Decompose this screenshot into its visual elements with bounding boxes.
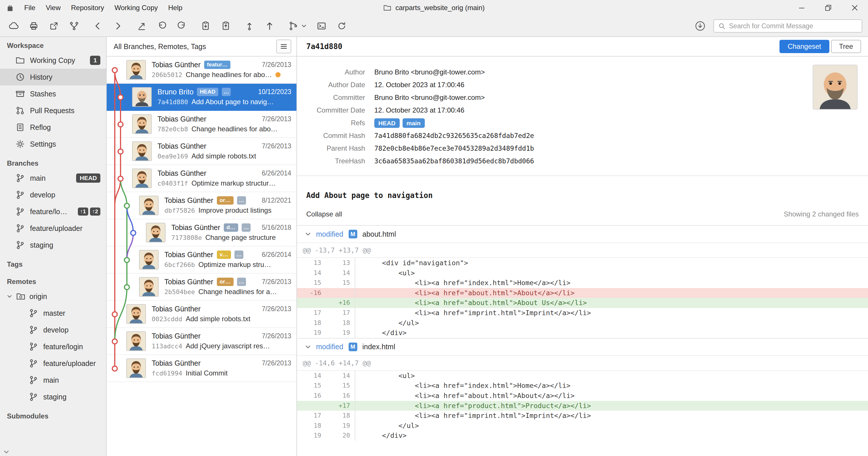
close-button[interactable] <box>841 0 868 16</box>
old-line-number <box>297 401 326 411</box>
stash-apply-button[interactable] <box>216 18 236 34</box>
sidebar-branch-feature-login[interactable]: feature/lo… ↑1 ↑2 <box>0 203 106 220</box>
menu-file[interactable]: File <box>19 1 41 15</box>
tree-tab[interactable]: Tree <box>831 40 861 53</box>
commit-row[interactable]: Tobias Güntheror……7/26/2013 2b504beeChan… <box>107 274 297 301</box>
changeset-tab[interactable]: Changeset <box>779 40 829 53</box>
author-value: Bruno Brito <bruno@git-tower.com> <box>374 66 485 79</box>
item-label: develop <box>43 326 69 334</box>
commit-row[interactable]: Tobias Günther7/26/2013 fcd61994Initial … <box>107 355 297 382</box>
remote-badge: or… <box>217 196 234 205</box>
commit-row[interactable]: Tobias Güntheror……8/12/2021 dbf75826Impr… <box>107 192 297 219</box>
print-button[interactable] <box>24 18 44 34</box>
list-options-button[interactable] <box>276 39 291 53</box>
collapse-all-button[interactable]: Collapse all <box>306 210 342 218</box>
commit-row[interactable]: Tobias Günther7/26/2013 782e0cb8Change h… <box>107 111 297 138</box>
ref-badge-main[interactable]: main <box>403 118 425 128</box>
diff-line: 1919 </div> <box>297 328 868 338</box>
branch-icon <box>29 359 38 368</box>
chevron-down-icon[interactable] <box>305 344 311 350</box>
sidebar-item-reflog[interactable]: Reflog <box>0 119 106 136</box>
undo-button[interactable] <box>152 18 172 34</box>
commit-author: Tobias Günther <box>152 332 201 340</box>
chevron-down-icon[interactable] <box>305 231 311 237</box>
sidebar-branch-develop[interactable]: develop <box>0 187 106 203</box>
sidebar-remote-branch-main[interactable]: main <box>0 372 106 389</box>
code-text: <li><a href="imprint.html">Imprint</a></… <box>355 411 868 421</box>
fetch-button[interactable] <box>693 19 708 33</box>
sidebar-item-working-copy[interactable]: Working Copy 1 <box>0 52 106 69</box>
branch-icon <box>16 240 25 250</box>
ahead-behind-badges: ↑1 ↑2 <box>78 207 100 216</box>
commit-hash: fcd61994 <box>152 370 182 377</box>
sidebar-remote-branch-master[interactable]: master <box>0 305 106 321</box>
sidebar-remote-branch-staging[interactable]: staging <box>0 389 106 405</box>
commit-hash: c0403f1f <box>157 180 188 187</box>
sidebar-item-settings[interactable]: Settings <box>0 136 106 152</box>
ref-badge-head[interactable]: HEAD <box>374 118 400 128</box>
open-repository-button[interactable] <box>44 18 64 34</box>
sidebar-remote-branch-feature-uploader[interactable]: feature/uploader <box>0 355 106 372</box>
commit-button[interactable] <box>239 18 259 34</box>
commit-row[interactable]: Tobias Güntherd……5/16/2018 7173808eChang… <box>107 219 297 247</box>
behind-badge: ↑2 <box>90 207 100 216</box>
menu-view[interactable]: View <box>41 1 66 15</box>
sidebar-item-pull-requests[interactable]: Pull Requests <box>0 102 106 119</box>
tree-hash-label: TreeHash <box>306 155 374 167</box>
ahead-badge: ↑1 <box>78 207 88 216</box>
file-header[interactable]: modified M about.html <box>297 226 868 243</box>
menu-working-copy[interactable]: Working Copy <box>109 1 163 15</box>
refs-label: Refs <box>306 117 374 129</box>
commit-row-selected[interactable]: Bruno BritoHEAD…10/12/2023 7a41d880Add A… <box>107 84 297 111</box>
chevron-down-icon[interactable] <box>7 294 12 299</box>
modified-status-icon: M <box>349 230 357 238</box>
redo-button[interactable] <box>172 18 192 34</box>
commit-row[interactable]: Tobias Güntherfeatur…7/26/2013 206b5012C… <box>107 57 297 84</box>
terminal-button[interactable] <box>311 18 332 34</box>
commit-list-panel: All Branches, Remotes, Tags <box>107 37 297 456</box>
menu-repository[interactable]: Repository <box>66 1 109 15</box>
commit-row[interactable]: Tobias Günther7/26/2013 0ea9e169Add simp… <box>107 138 297 165</box>
clone-button[interactable] <box>3 18 24 34</box>
file-header[interactable]: modified M index.html <box>297 339 868 356</box>
sidebar-branch-main[interactable]: main HEAD <box>0 170 106 187</box>
commit-message: Optimize markup stru… <box>198 261 271 269</box>
sidebar-item-stashes[interactable]: Stashes <box>0 85 106 102</box>
new-line-number: +16 <box>326 298 355 308</box>
push-button[interactable] <box>259 18 280 34</box>
checkout-button[interactable] <box>131 18 152 34</box>
download-circle-icon <box>694 20 706 32</box>
sidebar-branch-feature-uploader[interactable]: feature/uploader <box>0 220 106 237</box>
commit-author: Tobias Günther <box>164 251 213 259</box>
section-header-workspace: Workspace <box>0 39 106 52</box>
commit-row[interactable]: Tobias Günther6/26/2014 c0403f1fOptimize… <box>107 165 297 192</box>
refresh-button[interactable] <box>332 18 352 34</box>
compare-dropdown-button[interactable] <box>300 18 308 34</box>
sidebar-branch-staging[interactable]: staging <box>0 237 106 253</box>
commit-row[interactable]: Tobias Günther7/26/2013 0023cdddAdd simp… <box>107 301 297 328</box>
workflow-button[interactable] <box>64 18 84 34</box>
chevron-down-icon <box>301 23 307 29</box>
commit-row[interactable]: Tobias Güntherv……6/26/2014 6bcf266bOptim… <box>107 247 297 274</box>
sidebar-collapse-chevron-icon[interactable] <box>3 449 9 455</box>
stash-button[interactable] <box>195 18 216 34</box>
forward-button[interactable] <box>108 18 128 34</box>
sidebar-remote-branch-develop[interactable]: develop <box>0 321 106 338</box>
head-badge: HEAD <box>76 173 100 182</box>
changed-files-count: Showing 2 changed files <box>784 210 859 218</box>
avatar <box>126 60 146 80</box>
more-refs-badge: … <box>235 251 243 259</box>
minimize-button[interactable] <box>788 0 815 16</box>
detail-header: 7a41d880 Changeset Tree <box>297 37 868 57</box>
sidebar-remote-branch-feature-login[interactable]: feature/login <box>0 338 106 355</box>
sidebar-item-history[interactable]: History <box>0 69 106 85</box>
commit-row[interactable]: Tobias Günther7/26/2013 113adcc4Add jQue… <box>107 328 297 355</box>
file-section-about: modified M about.html @@ -13,7 +13,7 @@ … <box>297 225 868 338</box>
sidebar-remote-origin[interactable]: origin <box>0 288 106 305</box>
back-button[interactable] <box>88 18 108 34</box>
item-label: feature/uploader <box>43 359 96 368</box>
menu-help[interactable]: Help <box>163 1 187 15</box>
maximize-button[interactable] <box>815 0 841 16</box>
uncommitted-changes-dot <box>275 72 281 77</box>
search-input[interactable] <box>729 22 858 30</box>
